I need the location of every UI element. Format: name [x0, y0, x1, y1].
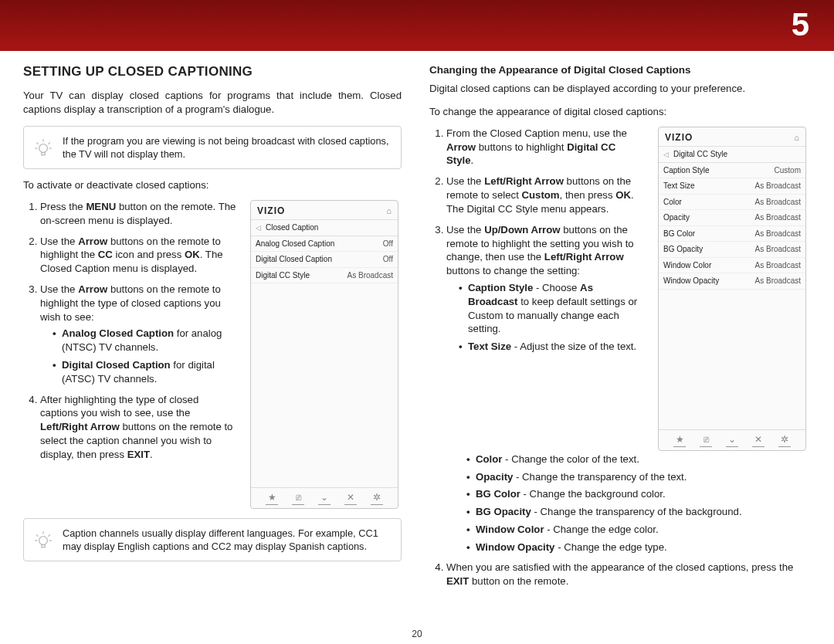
intro-paragraph: Your TV can display closed captions for …: [23, 89, 402, 117]
rstep-4: When you are satisfied with the appearan…: [446, 561, 808, 588]
rb-bg-opacity: BG Opacity - Change the transparency of …: [466, 505, 808, 519]
lightbulb-icon: [33, 137, 53, 158]
svg-rect-6: [42, 152, 45, 154]
step-3: Use the Arrow buttons on the remote to h…: [40, 283, 239, 386]
rb-window-color: Window Color - Change the edge color.: [466, 523, 808, 537]
rstep-3: Use the Up/Down Arrow buttons on the rem…: [446, 223, 646, 354]
rb-window-opacity: Window Opacity - Change the edge type.: [466, 541, 808, 554]
left-lower-block: Press the MENU button on the remote. The…: [23, 200, 402, 509]
menu-footer-icons: ★⎚⌄✕✲: [251, 487, 398, 508]
rstep-2: Use the Left/Right Arrow buttons on the …: [446, 175, 646, 215]
closed-caption-menu-screenshot: VIZIO ⌂ ◁Closed Caption Analog Closed Ca…: [250, 200, 398, 509]
svg-line-3: [49, 142, 50, 144]
rstep-1: From the Closed Caption menu, use the Ar…: [446, 127, 646, 168]
footer-icon: ⎚: [700, 433, 712, 447]
tip-box-languages: Caption channels usually display differe…: [23, 518, 402, 562]
page-number: 20: [412, 629, 422, 639]
footer-icon: ✕: [752, 433, 764, 447]
footer-icon: ⎚: [292, 491, 304, 505]
footer-icon: ★: [266, 491, 278, 505]
right-column: Changing the Appearance of Digital Close…: [429, 63, 808, 636]
bullet-digital: Digital Closed Caption for digital (ATSC…: [53, 358, 239, 386]
menu-row: BG OpacityAs Broadcast: [659, 242, 805, 258]
svg-point-0: [39, 144, 48, 152]
menu-row: ColorAs Broadcast: [659, 195, 805, 211]
rb-bg-color: BG Color - Change the background color.: [466, 487, 808, 501]
menu-row: BG ColorAs Broadcast: [659, 226, 805, 242]
tip-text: If the program you are viewing is not be…: [63, 135, 389, 160]
menu-row: Analog Closed CaptionOff: [251, 236, 398, 253]
svg-rect-13: [42, 545, 45, 547]
svg-line-9: [36, 535, 38, 537]
menu-row: Digital Closed CaptionOff: [251, 252, 398, 268]
back-arrow-icon: ◁: [256, 223, 261, 232]
menu-row: OpacityAs Broadcast: [659, 210, 805, 226]
footer-icon: ⌄: [726, 433, 738, 447]
menu-row: Caption StyleCustom: [659, 163, 805, 179]
subheading: Changing the Appearance of Digital Close…: [429, 63, 808, 77]
brand-logo: VIZIO: [665, 131, 693, 144]
activate-lead: To activate or deactivate closed caption…: [23, 178, 402, 192]
right-intro-2: To change the appearance of digital clos…: [429, 105, 808, 119]
home-icon: ⌂: [386, 205, 392, 217]
rb-color: Color - Change the color of the text.: [466, 452, 808, 466]
left-steps-text: Press the MENU button on the remote. The…: [23, 200, 239, 469]
bullet-analog: Analog Closed Caption for analog (NTSC) …: [53, 327, 239, 354]
menu-row: Text SizeAs Broadcast: [659, 178, 805, 195]
right-intro-1: Digital closed captions can be displayed…: [429, 82, 808, 96]
right-steps-text: From the Closed Caption menu, use the Ar…: [429, 127, 646, 361]
header-band: 5: [0, 0, 834, 51]
footer-icon: ★: [673, 433, 686, 447]
step-4: After highlighting the type of closed ca…: [40, 393, 239, 462]
menu-row: Window ColorAs Broadcast: [659, 258, 805, 274]
chapter-number: 5: [792, 6, 809, 43]
menu-row: Window OpacityAs Broadcast: [659, 273, 805, 290]
home-icon: ⌂: [794, 132, 799, 144]
tip-text: Caption channels usually display differe…: [63, 527, 378, 552]
footer-icon: ✲: [778, 433, 791, 447]
step-2: Use the Arrow buttons on the remote to h…: [40, 235, 239, 276]
svg-line-10: [49, 535, 50, 537]
right-side-block: From the Closed Caption menu, use the Ar…: [429, 127, 808, 451]
brand-logo: VIZIO: [257, 205, 285, 217]
lightbulb-icon: [33, 530, 53, 550]
rb-text-size: Text Size - Adjust the size of the text.: [459, 340, 646, 354]
menu-title-row: ◁Digital CC Style: [659, 146, 805, 163]
section-title: SETTING UP CLOSED CAPTIONING: [23, 63, 402, 81]
menu-row: Digital CC StyleAs Broadcast: [251, 268, 398, 284]
step-1: Press the MENU button on the remote. The…: [40, 200, 239, 228]
rb-opacity: Opacity - Change the transparency of the…: [466, 470, 808, 484]
footer-icon: ✕: [344, 491, 357, 505]
back-arrow-icon: ◁: [663, 150, 669, 159]
footer-icon: ⌄: [318, 491, 331, 505]
left-column: SETTING UP CLOSED CAPTIONING Your TV can…: [23, 63, 402, 636]
svg-point-7: [39, 537, 48, 545]
tip-box-broadcast: If the program you are viewing is not be…: [23, 126, 402, 170]
digital-cc-style-menu-screenshot: VIZIO ⌂ ◁Digital CC Style Caption StyleC…: [658, 127, 806, 451]
page-content: SETTING UP CLOSED CAPTIONING Your TV can…: [0, 51, 834, 644]
menu-footer-icons: ★⎚⌄✕✲: [659, 429, 805, 450]
menu-title-row: ◁Closed Caption: [251, 219, 398, 236]
svg-line-2: [36, 142, 38, 144]
rb-caption-style: Caption Style - Choose As Broadcast to k…: [459, 281, 646, 336]
footer-icon: ✲: [371, 491, 383, 505]
